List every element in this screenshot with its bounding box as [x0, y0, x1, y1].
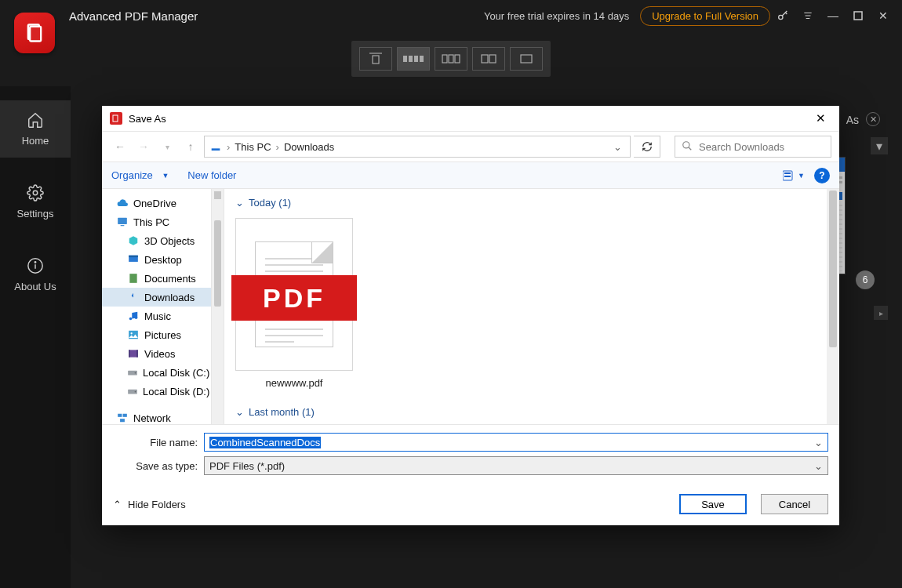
svg-rect-14 [489, 55, 496, 63]
svg-rect-10 [442, 55, 447, 63]
view-grid-1[interactable] [510, 47, 543, 71]
svg-rect-20 [113, 115, 118, 122]
breadcrumb-folder[interactable]: Downloads [284, 141, 334, 153]
title-bar: Advanced PDF Manager Your free trial exp… [0, 0, 902, 31]
sidebar-item-label: Settings [17, 208, 54, 220]
svg-rect-11 [449, 55, 453, 63]
hide-folders-button[interactable]: ⌃ Hide Folders [113, 499, 186, 510]
svg-point-41 [135, 391, 136, 393]
breadcrumb-dropdown-icon[interactable]: ⌄ [610, 141, 625, 153]
filetype-label: Save as type: [113, 460, 198, 472]
upgrade-button[interactable]: Upgrade to Full Version [640, 6, 770, 26]
filetype-select[interactable]: PDF Files (*.pdf) ⌄ [204, 456, 828, 475]
svg-rect-29 [129, 256, 138, 257]
bg-dropdown-icon[interactable]: ▾ [871, 137, 888, 154]
tree-item-this-pc[interactable]: This PC [102, 212, 211, 231]
view-grid-4[interactable] [397, 47, 430, 71]
dialog-app-icon [110, 112, 122, 125]
folder-tree: OneDriveThis PC3D ObjectsDesktopDocument… [102, 189, 212, 424]
svg-rect-9 [420, 56, 424, 62]
filename-input[interactable]: CombinedScannedDocs ⌄ [204, 433, 828, 452]
tree-item-downloads[interactable]: Downloads [102, 288, 211, 307]
save-button[interactable]: Save [679, 494, 747, 514]
nav-up-icon[interactable]: ↑ [180, 136, 201, 157]
svg-rect-12 [455, 55, 460, 63]
bg-scroll-right-icon[interactable]: ▸ [874, 306, 888, 320]
tree-item-network[interactable]: Network [102, 408, 211, 424]
svg-rect-42 [118, 414, 122, 417]
refresh-icon[interactable] [634, 136, 660, 158]
view-single[interactable] [359, 47, 392, 71]
tree-item-local-disk-d-[interactable]: Local Disk (D:) [102, 382, 211, 401]
tree-item-videos[interactable]: Videos [102, 344, 211, 363]
doc-icon [127, 273, 140, 284]
minimize-icon[interactable]: — [820, 3, 846, 28]
svg-point-21 [683, 141, 689, 147]
sidebar-item-about[interactable]: About Us [0, 246, 71, 303]
view-grid-2[interactable] [472, 47, 505, 71]
tree-item-onedrive[interactable]: OneDrive [102, 194, 211, 212]
group-last-month[interactable]: ⌄ Last month (1) [224, 398, 326, 423]
tree-scrollbar[interactable] [212, 189, 224, 424]
close-app-icon[interactable]: ✕ [871, 3, 896, 28]
nav-recent-icon[interactable]: ▾ [157, 136, 177, 157]
tree-item-local-disk-c-[interactable]: Local Disk (C:) [102, 363, 211, 382]
svg-rect-44 [120, 419, 125, 422]
bg-close-icon[interactable]: ✕ [866, 112, 880, 126]
file-scrollbar[interactable] [827, 189, 839, 424]
file-name: newwww.pdf [235, 377, 353, 389]
view-mode-icon[interactable]: ▼ [783, 170, 805, 181]
svg-rect-37 [136, 350, 138, 357]
svg-rect-24 [784, 172, 791, 174]
search-box[interactable] [675, 136, 831, 158]
dropdown-icon[interactable]: ⌄ [814, 460, 823, 472]
svg-rect-26 [118, 218, 127, 224]
dialog-close-icon[interactable]: ✕ [809, 111, 831, 125]
svg-point-39 [135, 372, 136, 374]
search-icon [682, 140, 693, 154]
organize-button[interactable]: Organize ▼ [111, 169, 169, 181]
view-grid-3[interactable] [435, 47, 467, 71]
dropdown-icon[interactable]: ⌄ [814, 437, 823, 448]
monitor-icon [116, 216, 129, 227]
dialog-toolbar: Organize ▼ New folder ▼ ? [102, 162, 839, 189]
tree-item-3d-objects[interactable]: 3D Objects [102, 231, 211, 250]
svg-rect-30 [129, 274, 136, 283]
svg-rect-15 [521, 55, 532, 63]
search-input[interactable] [699, 141, 831, 153]
tree-item-desktop[interactable]: Desktop [102, 250, 211, 269]
chevron-up-icon: ⌃ [113, 499, 122, 510]
dialog-fields: File name: CombinedScannedDocs ⌄ Save as… [102, 424, 839, 486]
cancel-button[interactable]: Cancel [761, 494, 828, 514]
svg-rect-35 [129, 350, 138, 357]
page-number-badge: 6 [856, 270, 875, 289]
app-title: Advanced PDF Manager [69, 9, 198, 23]
svg-rect-4 [373, 56, 379, 64]
svg-rect-36 [129, 350, 130, 357]
group-today[interactable]: ⌄ Today (1) [224, 189, 827, 213]
pdf-band: PDF [231, 275, 357, 321]
disk-icon [127, 386, 138, 397]
svg-rect-8 [414, 56, 418, 62]
sidebar-item-settings[interactable]: Settings [0, 173, 71, 230]
nav-forward-icon[interactable]: → [133, 136, 154, 157]
sidebar-item-home[interactable]: Home [0, 100, 71, 158]
file-item[interactable]: PDF newwww.pdf [235, 218, 353, 389]
sidebar: Home Settings About Us [0, 86, 71, 588]
tree-item-documents[interactable]: Documents [102, 269, 211, 288]
svg-rect-13 [482, 55, 488, 63]
svg-point-0 [779, 15, 783, 19]
svg-point-34 [131, 332, 133, 334]
breadcrumb-root[interactable]: This PC [235, 141, 271, 153]
maximize-icon[interactable] [846, 3, 871, 28]
nav-back-icon[interactable]: ← [110, 136, 130, 157]
menu-icon[interactable] [795, 3, 820, 28]
sidebar-item-label: Home [22, 135, 49, 147]
tree-item-music[interactable]: Music [102, 307, 211, 325]
tree-item-pictures[interactable]: Pictures [102, 325, 211, 344]
dialog-title: Save As [129, 113, 166, 125]
key-icon[interactable] [770, 3, 795, 28]
breadcrumb[interactable]: › This PC › Downloads ⌄ [204, 136, 631, 158]
new-folder-button[interactable]: New folder [187, 169, 236, 181]
help-icon[interactable]: ? [814, 168, 830, 183]
